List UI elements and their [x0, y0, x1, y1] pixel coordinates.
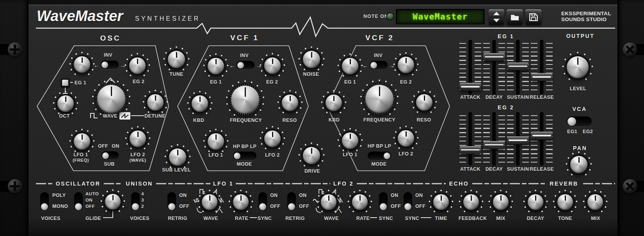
eg1-section-title: EG 1: [498, 33, 514, 39]
unison-voices-switch[interactable]: [131, 192, 140, 211]
vcf1-lfo1-knob[interactable]: [206, 132, 225, 151]
tune-knob[interactable]: [167, 50, 186, 69]
vcf1-inv-switch[interactable]: [237, 61, 254, 70]
echo-feedback-knob[interactable]: [462, 193, 480, 211]
lfo1-sync-switch[interactable]: [258, 192, 267, 211]
preset-down-button[interactable]: [489, 17, 504, 24]
echo-section-title: ECHO: [449, 181, 469, 187]
echo-sync-switch[interactable]: [404, 192, 412, 211]
osc-eg1-knob[interactable]: [73, 55, 91, 74]
vcf2-mode-switch[interactable]: [368, 152, 391, 160]
synth-plugin-window: WaveMaster SYNTHESIZER NOTE ON WaveMaste…: [0, 0, 644, 236]
slider-handle[interactable]: [507, 136, 528, 144]
lfo1-sync-on-label: ON: [270, 193, 278, 198]
save-button[interactable]: [525, 9, 542, 25]
vcf2-inv-switch[interactable]: [370, 61, 388, 70]
vcf2-lfo2-knob[interactable]: [397, 129, 415, 148]
slider-handle[interactable]: [531, 132, 552, 139]
osc-oct-knob[interactable]: [56, 94, 75, 113]
osc-eg1-button[interactable]: [61, 79, 69, 87]
osc-inv-label: INV: [104, 52, 112, 58]
lfo2-sync-switch[interactable]: [379, 192, 388, 211]
eg1-attack-slider[interactable]: [459, 40, 481, 95]
preset-up-button[interactable]: [489, 10, 504, 17]
glide-switch[interactable]: [74, 192, 83, 211]
echo-mix-knob[interactable]: [492, 193, 510, 211]
vcf2-eg2-knob[interactable]: [397, 55, 415, 74]
lfo2-rate-knob[interactable]: [351, 193, 369, 211]
osc-detune-knob[interactable]: [146, 93, 165, 112]
lfo1-wave-label: WAVE: [203, 216, 218, 221]
slider-handle[interactable]: [484, 141, 505, 149]
eg1-release-label: RELEASE: [530, 95, 554, 100]
reverb-mix-knob[interactable]: [586, 193, 604, 211]
vcf1-eg2-knob[interactable]: [263, 56, 282, 75]
reverb-mix-label: MIX: [591, 216, 600, 221]
eg2-decay-slider[interactable]: [483, 112, 505, 166]
echo-feedback-label: FEEDBACK: [459, 216, 487, 221]
slider-handle[interactable]: [460, 83, 481, 91]
mono-label: MONO: [52, 204, 68, 209]
drive-label: DRIVE: [304, 168, 320, 174]
lfo2-sync-label: SYNC: [379, 216, 393, 221]
osc-lfo2-wave-knob[interactable]: [128, 129, 147, 148]
lfo1-retrig-switch[interactable]: [167, 192, 176, 211]
osc-wave-knob[interactable]: [95, 83, 127, 115]
unison-3-label: 3: [141, 198, 144, 202]
slider-handle[interactable]: [484, 53, 505, 61]
unison-section-title: UNISON: [126, 181, 153, 187]
vcf1-eg1-knob[interactable]: [206, 57, 225, 75]
glide-knob[interactable]: [104, 193, 122, 211]
eg1-sustain-slider[interactable]: [507, 40, 529, 95]
vca-switch[interactable]: [567, 116, 592, 127]
lfo2-retrig-label: RETRIG: [285, 216, 305, 221]
sub-level-knob[interactable]: [168, 147, 187, 167]
lcd-bezel: WaveMaster: [396, 9, 485, 25]
eg1-release-slider[interactable]: [531, 40, 553, 95]
eg2-attack-slider[interactable]: [459, 112, 481, 166]
slider-handle[interactable]: [460, 146, 481, 154]
eg2-sustain-slider[interactable]: [507, 112, 529, 166]
reverb-tone-knob[interactable]: [556, 193, 574, 211]
vcf1-frequency-knob[interactable]: [229, 84, 261, 116]
load-button[interactable]: [507, 9, 523, 25]
vcf1-kbd-knob[interactable]: [190, 94, 209, 113]
vcf2-lfo1-knob[interactable]: [341, 131, 359, 150]
preset-display[interactable]: WaveMaster: [397, 10, 484, 23]
eg1-decay-slider[interactable]: [483, 40, 505, 95]
lfo1-sync-off-label: OFF: [270, 204, 280, 209]
vcf1-mode-switch[interactable]: [233, 152, 256, 160]
vcf1-lfo2-knob[interactable]: [263, 129, 282, 148]
vcf2-reso-knob[interactable]: [415, 93, 434, 112]
eg1-decay-label: DECAY: [486, 95, 503, 100]
lfo1-wave-knob[interactable]: [201, 193, 219, 211]
osc-inv-switch[interactable]: [101, 61, 119, 69]
oscillator-section-title: OSCILLATOR: [56, 181, 101, 187]
osc-sub-switch[interactable]: [101, 152, 119, 160]
unison-2-label: 2: [141, 204, 144, 209]
osc-eg2-knob[interactable]: [128, 56, 147, 75]
lfo1-rate-knob[interactable]: [232, 193, 250, 211]
slider-handle[interactable]: [531, 73, 552, 81]
slider-handle[interactable]: [507, 63, 528, 70]
eg2-release-slider[interactable]: [531, 112, 553, 166]
screw-icon: [623, 179, 637, 193]
osc-lfo1-freq-knob[interactable]: [73, 132, 91, 151]
output-level-knob[interactable]: [566, 55, 590, 79]
pan-knob[interactable]: [569, 155, 589, 174]
glide-label: GLIDE: [85, 216, 101, 221]
reverb-decay-knob[interactable]: [527, 193, 544, 211]
noise-knob[interactable]: [302, 50, 321, 69]
vcf2-kbd-knob[interactable]: [324, 93, 343, 112]
lfo2-wave-knob[interactable]: [320, 193, 338, 211]
vcf1-reso-knob[interactable]: [281, 93, 299, 112]
vcf2-eg1-knob[interactable]: [341, 57, 359, 75]
echo-time-knob[interactable]: [432, 193, 450, 211]
vca-eg1-label: EG1: [567, 129, 577, 134]
lfo2-retrig-switch[interactable]: [287, 192, 296, 211]
poly-mono-switch[interactable]: [40, 192, 49, 211]
vca-eg2-label: EG2: [583, 129, 593, 134]
vcf2-frequency-knob[interactable]: [363, 83, 395, 115]
drive-knob[interactable]: [302, 146, 321, 165]
lfo2-retrig-on-label: ON: [299, 193, 307, 198]
